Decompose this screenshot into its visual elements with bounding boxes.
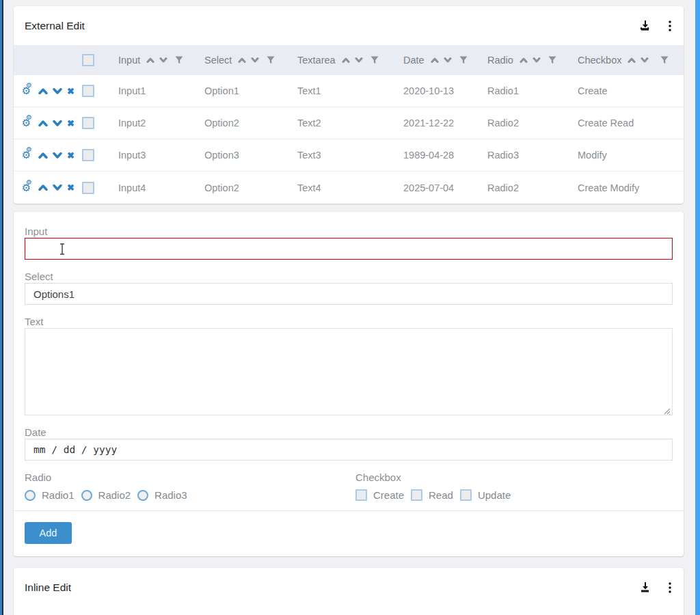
select-field[interactable]: Options1 <box>25 283 673 305</box>
checkbox-option[interactable]: Update <box>460 489 511 501</box>
cell-checkbox: Create <box>572 85 684 96</box>
kebab-menu-icon[interactable] <box>669 20 671 31</box>
column-header-textarea: Textarea <box>292 55 398 66</box>
move-down-icon[interactable] <box>53 120 62 126</box>
date-field[interactable]: mm / dd / yyyy <box>25 439 673 461</box>
select-label: Select <box>25 271 673 283</box>
move-down-icon[interactable] <box>53 152 62 159</box>
resize-grip-icon[interactable] <box>662 405 671 413</box>
delete-icon[interactable]: ✖ <box>67 119 75 128</box>
textarea-field[interactable] <box>25 328 673 415</box>
select-field-group: Select Options1 <box>25 271 673 305</box>
delete-icon[interactable]: ✖ <box>67 87 75 96</box>
sort-desc-icon[interactable] <box>444 57 452 63</box>
input-field[interactable] <box>25 238 673 260</box>
download-icon[interactable] <box>639 582 651 593</box>
move-up-icon[interactable] <box>38 184 48 191</box>
row-checkbox[interactable] <box>82 182 94 194</box>
radio-option-label: Radio1 <box>42 489 75 501</box>
checkbox-option[interactable]: Read <box>411 489 453 501</box>
edit-settings-icon[interactable]: ⚙⚙ <box>19 85 33 97</box>
cell-checkbox: Create Read <box>572 118 684 128</box>
delete-icon[interactable]: ✖ <box>67 183 75 192</box>
radio-button[interactable] <box>25 490 36 501</box>
cell-input: Input3 <box>113 150 199 161</box>
cell-date: 2025-07-04 <box>398 182 482 193</box>
edit-settings-icon[interactable]: ⚙⚙ <box>19 117 33 129</box>
checkbox-option[interactable]: Create <box>355 489 404 501</box>
add-form-card: Input Select Options1 Text Date <box>14 212 684 556</box>
sort-desc-icon[interactable] <box>641 57 649 63</box>
row-checkbox[interactable] <box>82 85 94 97</box>
edit-settings-icon[interactable]: ⚙⚙ <box>19 182 33 194</box>
row-actions: ⚙⚙ ✖ <box>14 117 77 129</box>
sort-desc-icon[interactable] <box>251 57 259 63</box>
card-header-actions <box>639 20 671 31</box>
move-up-icon[interactable] <box>38 88 48 94</box>
select-all-checkbox[interactable] <box>82 54 94 66</box>
select-value: Options1 <box>33 288 75 300</box>
download-icon[interactable] <box>639 20 651 31</box>
filter-icon[interactable] <box>660 56 669 64</box>
cell-select: Option2 <box>199 182 292 193</box>
sort-asc-icon[interactable] <box>431 57 439 63</box>
filter-icon[interactable] <box>548 56 556 64</box>
row-checkbox[interactable] <box>82 117 94 129</box>
radio-button[interactable] <box>81 490 92 501</box>
delete-icon[interactable]: ✖ <box>67 151 75 160</box>
filter-icon[interactable] <box>371 56 379 64</box>
form-footer-divider <box>14 510 684 511</box>
radio-option-label: Radio2 <box>98 489 131 501</box>
page-scrollbar[interactable] <box>695 0 700 615</box>
sort-desc-icon[interactable] <box>533 57 541 63</box>
small-cog-icon: ⚙ <box>26 179 32 186</box>
row-actions: ⚙⚙ ✖ <box>14 182 77 194</box>
text-label: Text <box>25 316 673 328</box>
input-label: Input <box>25 226 673 238</box>
filter-icon[interactable] <box>175 56 183 64</box>
sort-desc-icon[interactable] <box>355 57 363 63</box>
checkbox[interactable] <box>355 489 367 501</box>
kebab-menu-icon[interactable] <box>669 582 671 593</box>
move-down-icon[interactable] <box>53 184 62 191</box>
cell-select: Option3 <box>199 150 292 161</box>
input-field-group: Input <box>25 226 673 260</box>
card-header-actions <box>639 582 671 593</box>
move-down-icon[interactable] <box>53 88 62 94</box>
sort-asc-icon[interactable] <box>238 57 246 63</box>
filter-icon[interactable] <box>267 56 275 64</box>
table-row: ⚙⚙ ✖ Input2 Option2 Text2 2021-12-22 Rad… <box>14 107 684 139</box>
edit-settings-icon[interactable]: ⚙⚙ <box>19 149 33 161</box>
date-placeholder: mm / dd / yyyy <box>33 444 117 455</box>
column-header-checkbox: Checkbox <box>572 55 684 66</box>
filter-icon[interactable] <box>459 56 468 64</box>
cell-radio: Radio1 <box>482 85 572 96</box>
sort-asc-icon[interactable] <box>342 57 350 63</box>
sort-asc-icon[interactable] <box>146 57 154 63</box>
table-row: ⚙⚙ ✖ Input1 Option1 Text1 2020-10-13 Rad… <box>14 75 684 107</box>
checkbox-option-label: Read <box>429 489 453 501</box>
radio-group-label: Radio <box>25 472 355 484</box>
checkbox-group-label: Checkbox <box>355 472 511 484</box>
radio-option[interactable]: Radio1 <box>25 489 75 501</box>
inline-edit-header: Inline Edit <box>14 568 684 607</box>
table-row: ⚙⚙ ✖ Input3 Option3 Text3 1989-04-28 Rad… <box>14 139 684 172</box>
sort-asc-icon[interactable] <box>520 57 528 63</box>
window-left-edge <box>2 0 3 615</box>
text-cursor-icon <box>59 243 66 258</box>
cell-input: Input1 <box>113 85 199 96</box>
move-up-icon[interactable] <box>38 120 48 126</box>
move-up-icon[interactable] <box>38 152 48 159</box>
sort-asc-icon[interactable] <box>628 57 636 63</box>
external-edit-card: External Edit Input Sel <box>14 6 684 204</box>
row-checkbox[interactable] <box>82 149 94 161</box>
sort-desc-icon[interactable] <box>159 57 167 63</box>
checkbox[interactable] <box>411 489 422 501</box>
checkbox[interactable] <box>460 489 472 501</box>
add-button[interactable]: Add <box>25 522 72 544</box>
radio-button[interactable] <box>137 490 148 501</box>
radio-option[interactable]: Radio3 <box>137 489 187 501</box>
cell-date: 1989-04-28 <box>398 150 482 161</box>
radio-option[interactable]: Radio2 <box>81 489 131 501</box>
page: External Edit Input Sel <box>0 0 700 615</box>
